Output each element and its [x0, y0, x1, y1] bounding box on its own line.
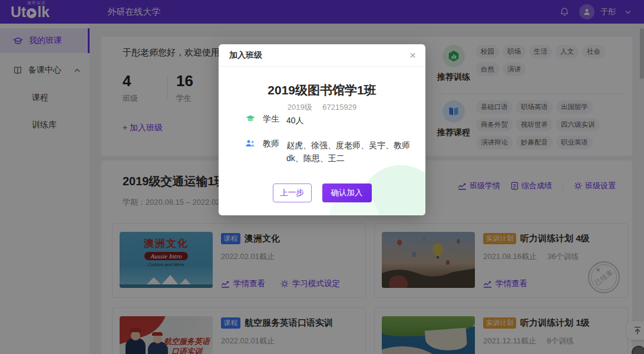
close-icon[interactable]: × — [409, 50, 416, 61]
class-grade: 2019级 — [288, 103, 312, 112]
modal-footer: 上一步 确认加入 — [219, 183, 425, 202]
confirm-join-button[interactable]: 确认加入 — [322, 183, 372, 202]
back-button[interactable]: 上一步 — [273, 183, 312, 202]
student-label: 学生 — [263, 114, 279, 124]
join-class-modal: 加入班级 × 2019级图书馆学1班 2019级 67215929 学生 40人… — [219, 44, 425, 215]
teacher-label: 教师 — [263, 139, 279, 149]
class-code: 67215929 — [322, 103, 356, 112]
teachers-icon — [245, 139, 256, 148]
modal-class-meta: 2019级 67215929 — [219, 102, 425, 113]
modal-title: 加入班级 — [229, 50, 262, 61]
teacher-names: 赵虎、徐强、度老师、吴宇、教师dk、陈思、王二 — [286, 139, 418, 165]
student-row: 学生 40人 — [245, 114, 418, 127]
student-cap-icon — [245, 114, 256, 123]
modal-class-name: 2019级图书馆学1班 — [219, 82, 425, 99]
student-count: 40人 — [286, 114, 418, 127]
modal-header: 加入班级 × — [219, 44, 425, 67]
teacher-row: 教师 赵虎、徐强、度老师、吴宇、教师dk、陈思、王二 — [245, 139, 418, 165]
